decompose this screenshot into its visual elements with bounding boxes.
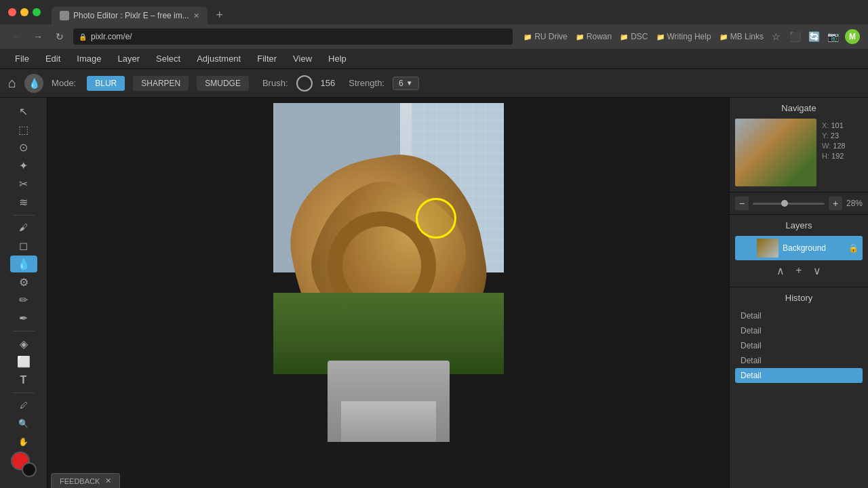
canvas-area[interactable] xyxy=(47,98,729,488)
main-layout: ↖ ⬚ ⊙ ✦ ✂ ≋ 🖌 ◻ 💧 ⚙ ✏ ✒ ◈ ⬜ T 🖊 🔍 ✋ xyxy=(0,98,868,488)
maximize-window-btn[interactable] xyxy=(33,8,41,16)
clone-tool-btn[interactable]: ✒ xyxy=(10,310,37,327)
zoom-tool-btn[interactable]: 🔍 xyxy=(10,415,37,432)
marquee-tool-btn[interactable]: ⬚ xyxy=(10,121,37,138)
bookmark-dsc[interactable]: 📁 DSC xyxy=(620,32,648,41)
history-item-4[interactable]: Detail xyxy=(735,368,863,383)
bookmark-label: DSC xyxy=(631,32,648,41)
menu-image[interactable]: Image xyxy=(70,51,108,66)
rect-tool-btn[interactable]: ⬜ xyxy=(10,353,37,370)
zoom-out-btn[interactable]: − xyxy=(735,197,749,210)
cut-tool-btn[interactable]: ✂ xyxy=(10,176,37,192)
canvas-image[interactable] xyxy=(273,103,504,442)
sync-icon[interactable]: 🔄 xyxy=(807,30,821,43)
bookmark-writinghelp[interactable]: 📁 Writing Help xyxy=(656,32,711,41)
feedback-close-icon[interactable]: ✕ xyxy=(105,476,111,485)
left-toolbar: ↖ ⬚ ⊙ ✦ ✂ ≋ 🖌 ◻ 💧 ⚙ ✏ ✒ ◈ ⬜ T 🖊 🔍 ✋ xyxy=(0,98,47,488)
history-item-1[interactable]: Detail xyxy=(735,323,863,338)
navigate-thumbnail xyxy=(735,119,816,186)
forward-btn[interactable]: → xyxy=(30,28,46,45)
bookmark-rowan[interactable]: 📁 Rowan xyxy=(576,32,612,41)
menu-file[interactable]: File xyxy=(8,51,36,66)
close-window-btn[interactable] xyxy=(8,8,16,16)
menu-view[interactable]: View xyxy=(286,51,319,66)
zoom-in-btn[interactable]: + xyxy=(829,197,842,210)
profile-avatar[interactable]: M xyxy=(845,29,860,44)
layer-move-up-btn[interactable]: ∧ xyxy=(776,264,785,277)
brush-label: Brush: xyxy=(262,78,288,88)
sharpen-mode-btn[interactable]: SHARPEN xyxy=(133,76,189,91)
feedback-btn[interactable]: FEEDBACK ✕ xyxy=(51,473,120,488)
x-value: 101 xyxy=(831,121,843,129)
minimize-window-btn[interactable] xyxy=(20,8,28,16)
secondary-color-swatch[interactable] xyxy=(22,462,37,477)
bookmark-icon: 📁 xyxy=(524,33,532,41)
tab-close-btn[interactable]: ✕ xyxy=(193,12,199,20)
browser-chrome: Photo Editor : Pixlr E – free im... ✕ + … xyxy=(0,0,868,49)
feedback-label: FEEDBACK xyxy=(60,477,100,485)
brush-tool-btn[interactable]: 🖌 xyxy=(10,219,37,236)
navigate-section: Navigate X: 101 Y: 23 W: 128 H: 192 xyxy=(730,98,868,192)
pen-tool-btn[interactable]: ✏ xyxy=(10,291,37,308)
layer-drag-handle: ⋮⋮ xyxy=(739,245,753,252)
home-icon[interactable]: ⌂ xyxy=(8,75,16,91)
history-title: History xyxy=(735,293,863,303)
back-btn[interactable]: ← xyxy=(8,28,24,45)
tools-toolbar: ⌂ 💧 Mode: BLUR SHARPEN SMUDGE Brush: 156… xyxy=(0,69,868,98)
heal-tool-btn[interactable]: ✦ xyxy=(10,157,37,174)
color-swatches xyxy=(11,451,37,483)
strength-dropdown[interactable]: 6 ▼ xyxy=(393,77,419,90)
layers-section: Layers ⋮⋮ Background 🔒 ∧ + ∨ xyxy=(730,215,868,287)
layer-move-down-btn[interactable]: ∨ xyxy=(813,264,821,277)
eraser-tool-btn[interactable]: ◻ xyxy=(10,237,37,254)
menu-select[interactable]: Select xyxy=(149,51,187,66)
hand-tool-btn[interactable]: ✋ xyxy=(10,433,37,450)
strength-label: Strength: xyxy=(349,78,384,88)
app-menu-bar: File Edit Image Layer Select Adjustment … xyxy=(0,49,868,69)
settings-tool-btn[interactable]: ⚙ xyxy=(10,274,37,291)
lasso-tool-btn[interactable]: ⊙ xyxy=(10,140,37,157)
layer-add-btn[interactable]: + xyxy=(795,264,802,277)
refresh-btn[interactable]: ↻ xyxy=(52,28,68,45)
zoom-slider[interactable] xyxy=(753,203,825,205)
bookmarks-bar: 📁 RU Drive 📁 Rowan 📁 DSC 📁 Writing Help … xyxy=(524,32,764,41)
layer-item-background[interactable]: ⋮⋮ Background 🔒 xyxy=(735,236,863,260)
history-item-0[interactable]: Detail xyxy=(735,308,863,323)
address-lock-icon: 🔒 xyxy=(79,33,87,41)
history-item-2[interactable]: Detail xyxy=(735,338,863,353)
bookmark-label: RU Drive xyxy=(534,32,568,41)
bookmark-mblinks[interactable]: 📁 MB Links xyxy=(719,32,764,41)
window-controls xyxy=(8,8,41,16)
y-label: Y: xyxy=(822,131,831,140)
blur-tool-btn[interactable]: 💧 xyxy=(10,256,37,272)
wave-tool-btn[interactable]: ≋ xyxy=(10,194,37,211)
star-icon[interactable]: ☆ xyxy=(769,30,783,43)
smudge-mode-btn[interactable]: SMUDGE xyxy=(197,76,249,91)
menu-edit[interactable]: Edit xyxy=(39,51,67,66)
zoom-controls: − + 28% xyxy=(730,192,868,215)
navigate-coords: X: 101 Y: 23 W: 128 H: 192 xyxy=(822,119,846,160)
browser-tabs: Photo Editor : Pixlr E – free im... ✕ + xyxy=(52,0,229,24)
strength-chevron-icon: ▼ xyxy=(406,79,413,87)
fill-tool-btn[interactable]: ◈ xyxy=(10,336,37,352)
history-item-3[interactable]: Detail xyxy=(735,353,863,368)
menu-layer[interactable]: Layer xyxy=(111,51,147,66)
move-tool-btn[interactable]: ↖ xyxy=(10,103,37,120)
h-value: 192 xyxy=(831,152,844,160)
address-text: pixlr.com/e/ xyxy=(91,32,132,41)
bookmark-label: Rowan xyxy=(587,32,612,41)
screenshot-icon[interactable]: 📷 xyxy=(826,30,840,43)
text-tool-btn[interactable]: T xyxy=(10,371,37,388)
eyedrop-tool-btn[interactable]: 🖊 xyxy=(10,397,37,414)
extensions-icon[interactable]: ⬛ xyxy=(788,30,802,43)
address-bar[interactable]: 🔒 pixlr.com/e/ xyxy=(73,28,513,45)
menu-adjustment[interactable]: Adjustment xyxy=(190,51,248,66)
browser-nav-bar: ← → ↻ 🔒 pixlr.com/e/ 📁 RU Drive 📁 Rowan … xyxy=(0,24,868,49)
new-tab-btn[interactable]: + xyxy=(210,5,229,24)
bookmark-rudrive[interactable]: 📁 RU Drive xyxy=(524,32,568,41)
menu-help[interactable]: Help xyxy=(321,51,353,66)
menu-filter[interactable]: Filter xyxy=(250,51,283,66)
active-tab[interactable]: Photo Editor : Pixlr E – free im... ✕ xyxy=(52,7,208,24)
blur-mode-btn[interactable]: BLUR xyxy=(87,76,125,91)
tool-separator-2 xyxy=(13,331,35,331)
